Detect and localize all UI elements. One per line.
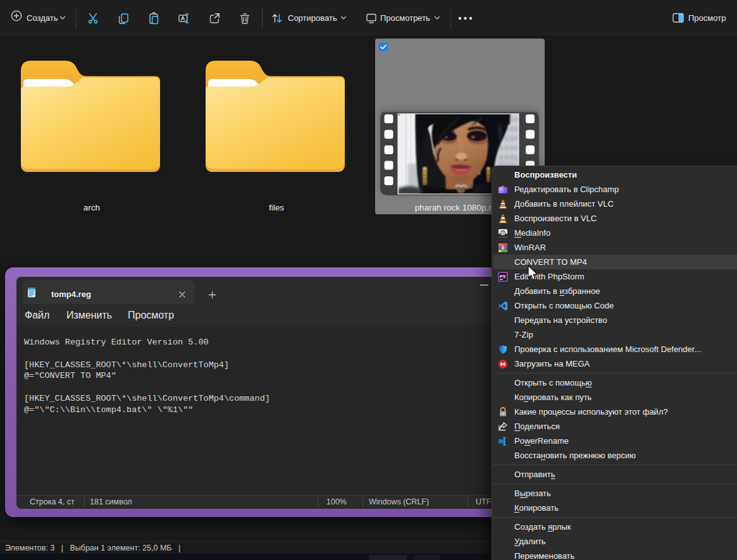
svg-text:PS: PS xyxy=(500,274,506,278)
